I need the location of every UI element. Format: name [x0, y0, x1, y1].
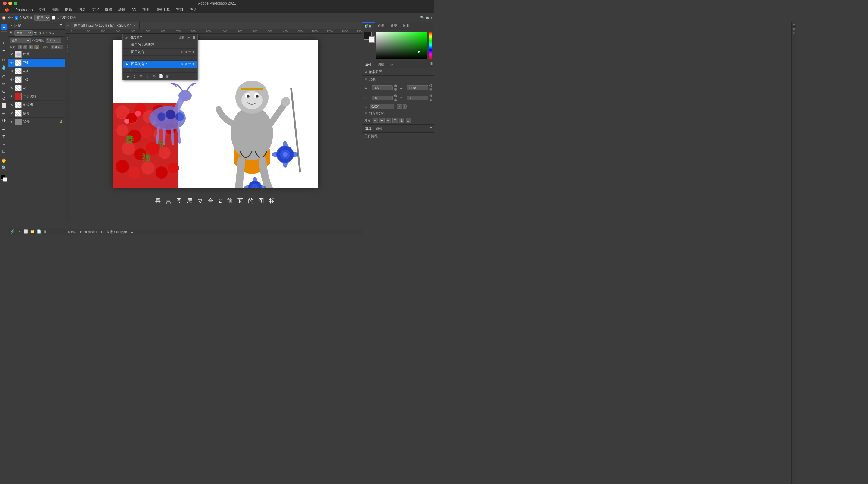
layer-visibility-toggle[interactable]: 👁 [10, 103, 14, 107]
menu-help[interactable]: 帮助 [187, 7, 199, 13]
width-input[interactable] [372, 85, 393, 90]
blend-mode-dropdown[interactable]: 正常 [10, 38, 31, 43]
layer-item[interactable]: 👁 猴哥 [8, 109, 65, 118]
angle-input[interactable] [370, 104, 394, 109]
minimize-button[interactable] [8, 1, 12, 5]
pen-tool[interactable]: ✒ [1, 126, 7, 133]
layer-comp-row[interactable]: 图层复合 1 👁 ✥ fx 🗑 [123, 49, 197, 56]
close-tab-btn[interactable]: ✕ [133, 24, 135, 27]
height-input[interactable] [372, 96, 393, 100]
brush-tool[interactable]: ✏ [1, 81, 7, 87]
apple-menu[interactable]: 🍎 [2, 7, 12, 13]
color-tab[interactable]: 颜色 [362, 22, 375, 30]
stamp-tool[interactable]: ⊙ [1, 88, 7, 94]
crop-tool[interactable]: ✂ [1, 57, 7, 63]
x-input[interactable] [407, 85, 428, 90]
home-btn[interactable]: 🏠 [2, 16, 6, 20]
transform-arrow[interactable]: ▼ [364, 78, 368, 81]
history-brush-tool[interactable]: ↺ [1, 95, 7, 102]
align-top-btn[interactable]: ⊤ [393, 118, 398, 123]
fp-play-btn[interactable]: ▶ [125, 73, 130, 79]
fg-bg-color-widget[interactable] [364, 32, 375, 42]
search-btn[interactable]: 🔍 [420, 16, 424, 20]
fp-move-icon-2[interactable]: ✥ [185, 62, 187, 66]
fp-prev-btn[interactable]: ⌇ [132, 73, 137, 79]
fp-alt-btn[interactable]: ↕ [145, 73, 150, 79]
fill-input[interactable] [51, 44, 63, 49]
shape-tool[interactable]: □ [1, 148, 7, 154]
add-mask-btn[interactable]: ⬜ [23, 229, 28, 234]
delete-layer-btn[interactable]: 🗑 [43, 229, 48, 234]
patterns-tab[interactable]: 图案 [400, 22, 412, 30]
layer-visibility-toggle[interactable]: 👁 [10, 61, 14, 65]
path-tool[interactable]: ⟁ [1, 141, 7, 147]
maximize-button[interactable] [14, 1, 18, 5]
fp-fx-icon-2[interactable]: fx [188, 62, 191, 66]
layer-visibility-toggle[interactable]: 👁 [10, 69, 14, 73]
menu-text[interactable]: 文字 [89, 7, 101, 13]
dodge-tool[interactable]: ◑ [1, 117, 7, 123]
swatches-tab[interactable]: 色板 [375, 22, 387, 30]
fp-delete-icon-2[interactable]: 🗑 [192, 62, 195, 66]
fp-eye-icon[interactable]: 👁 [181, 50, 184, 54]
filter-toggle[interactable]: ● [52, 31, 54, 35]
gradients-tab[interactable]: 渐变 [387, 22, 400, 30]
eyedropper-tool[interactable]: 💧 [1, 64, 7, 70]
menu-window[interactable]: 窗口 [174, 7, 186, 13]
background-color[interactable] [3, 177, 7, 182]
auto-select-checkbox[interactable]: 自动选择: 图层 [15, 15, 50, 21]
menu-plugins[interactable]: 增效工具 [153, 7, 173, 13]
layer-visibility-toggle[interactable]: 👁 [10, 52, 14, 56]
channels-menu-btn[interactable]: ☰ [430, 127, 432, 130]
layer-comp-row[interactable]: 最后的文档状态 [123, 41, 197, 49]
fp-note-tab[interactable]: 注释 [179, 36, 184, 39]
layer-item[interactable]: 👁 花2 [8, 75, 65, 84]
menu-layer[interactable]: 图层 [76, 7, 88, 13]
collapse-panels-btn[interactable]: ≫ [65, 24, 70, 27]
fp-cycle-btn[interactable]: ↺ [152, 73, 157, 79]
layer-item[interactable]: 👁 花3 [8, 67, 65, 75]
menu-3d[interactable]: 3D [129, 7, 138, 13]
layers-menu-btn[interactable]: ☰ [59, 24, 62, 28]
menu-image[interactable]: 图像 [63, 7, 75, 13]
work-path-row[interactable]: 工作路径 [362, 133, 434, 140]
align-bottom-btn[interactable]: ⊥ [406, 118, 411, 123]
menu-view[interactable]: 视图 [140, 7, 152, 13]
collapse-layers-btn[interactable]: ✕ [10, 24, 13, 27]
fp-delete-btn[interactable]: 🗑 [165, 73, 170, 79]
layer-item[interactable]: 👁 背景 🔒 [8, 118, 65, 126]
fp-new-btn[interactable]: 📄 [158, 73, 164, 79]
properties-tab[interactable]: 属性 [362, 61, 375, 68]
document-tab[interactable]: 图层编组.psd @ 100% (花4, RGB/8#) * ✕ [70, 22, 140, 29]
marquee-tool[interactable]: ⬚ [1, 33, 7, 39]
fp-expand-btn[interactable]: ≫ [187, 36, 190, 39]
layer-visibility-toggle[interactable]: 👁 [10, 78, 14, 82]
fp-fx-icon[interactable]: fx [188, 50, 191, 54]
layer-item[interactable]: 👁 花4 [8, 59, 65, 67]
auto-select-dropdown[interactable]: 图层 [34, 15, 50, 21]
menu-select[interactable]: 选择 [102, 7, 115, 13]
saturation-brightness-picker[interactable] [376, 32, 427, 59]
zoom-tool[interactable]: 🔍 [1, 164, 7, 171]
menu-photoshop[interactable]: Photoshop [13, 7, 35, 13]
props-menu-btn[interactable]: ☰ [429, 61, 434, 68]
magic-wand-tool[interactable]: ✦ [1, 47, 7, 54]
layer-visibility-toggle[interactable]: 👁 [10, 86, 14, 90]
channels-tab[interactable]: 通道 [364, 125, 373, 131]
fp-move-icon[interactable]: ✥ [185, 50, 187, 54]
gradient-tool[interactable]: ▤ [1, 110, 7, 116]
hand-tool[interactable]: ✋ [1, 157, 7, 164]
layer-visibility-toggle[interactable]: 👁 [10, 120, 14, 124]
add-style-btn[interactable]: fx [16, 229, 22, 234]
move-tool[interactable]: ✥ [1, 24, 7, 30]
menu-file[interactable]: 文件 [36, 7, 48, 13]
link-layers-btn[interactable]: 🔗 [10, 229, 15, 234]
fg-bg-color-switcher[interactable] [1, 175, 7, 182]
filter-icon-adj[interactable]: ◑ [38, 31, 41, 35]
menu-filter[interactable]: 滤镜 [116, 7, 128, 13]
filter-icon-shape[interactable]: □ [45, 31, 47, 35]
align-middle-btn[interactable]: ⊥ [399, 118, 404, 123]
filter-icon-pixel[interactable]: 📷 [34, 31, 37, 35]
eraser-tool[interactable]: ⬜ [1, 102, 7, 109]
y-input[interactable] [407, 96, 428, 100]
